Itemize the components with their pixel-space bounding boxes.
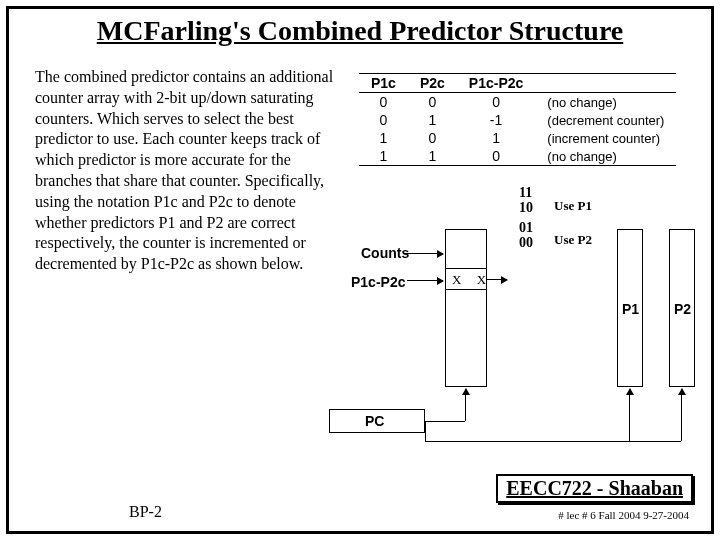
p1-label: P1 xyxy=(622,301,639,317)
p2-label: P2 xyxy=(674,301,691,317)
pc-label: PC xyxy=(365,413,384,429)
counts-label: Counts xyxy=(361,245,409,261)
p1cp2c-label: P1c-P2c xyxy=(351,274,405,290)
lecture-note: # lec # 6 Fall 2004 9-27-2004 xyxy=(558,509,689,521)
counts-column xyxy=(445,229,487,387)
body-paragraph: The combined predictor contains an addit… xyxy=(35,67,345,275)
wire-pc-rightlong xyxy=(425,441,681,442)
truth-table: P1c P2c P1c-P2c 00 0(no change) 01 -1(de… xyxy=(359,73,676,166)
use-labels: Use P1 Use P2 xyxy=(554,189,592,257)
state-labels: 11 10 01 00 xyxy=(519,185,533,251)
course-banner: EECC722 - Shaaban xyxy=(496,474,693,503)
cell-to-state-arrow xyxy=(487,279,507,280)
wire-to-p1 xyxy=(629,389,630,441)
wire-to-p2 xyxy=(681,389,682,441)
slide-title: MCFarling's Combined Predictor Structure xyxy=(9,15,711,47)
wire-drop xyxy=(425,421,426,441)
p1cp2c-arrow xyxy=(407,280,443,281)
wire-to-counts xyxy=(465,389,466,421)
cell-xx: X X xyxy=(452,272,492,288)
counts-arrow xyxy=(405,253,443,254)
slide-number: BP-2 xyxy=(129,503,162,521)
wire-pc-right xyxy=(425,421,465,422)
